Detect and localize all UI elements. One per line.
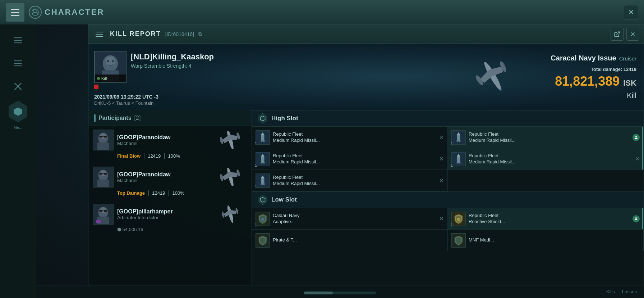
- svg-marker-90: [260, 197, 265, 202]
- svg-point-19: [112, 60, 114, 63]
- participant-row: [GOOP]Paranoidaw Machariel: [93, 167, 247, 188]
- low-slot-item[interactable]: 1 Caldari: [252, 208, 448, 230]
- svg-point-18: [107, 60, 109, 63]
- damage-value: 12419: [152, 190, 165, 196]
- participant-item[interactable]: [GOOP]Paranoidaw Machariel: [88, 126, 252, 163]
- participants-list: [GOOP]Paranoidaw Machariel: [88, 126, 252, 298]
- pilot-avatar: Kill: [94, 51, 126, 83]
- kill-info-section: 2021/09/09 13:29:22 UTC -3 D4KU-5 < Taur…: [88, 91, 164, 110]
- participant-row: [GOOP]Paranoidaw Machariel: [93, 130, 247, 150]
- kill-stats: Caracal Navy Issue Cruiser Total damage:…: [532, 44, 644, 110]
- isk-label: ISK: [623, 78, 636, 88]
- menu-button[interactable]: [6, 3, 24, 22]
- item-name: Republic FleetMedium Rapid Missil...: [469, 153, 632, 165]
- sidebar-item-bio[interactable]: [9, 55, 27, 72]
- svg-rect-42: [99, 173, 102, 175]
- participant-ship: Machariel: [117, 178, 210, 183]
- low-slot-header: Low Slot: [252, 191, 644, 208]
- kill-report-action-buttons: [611, 28, 639, 41]
- item-fitted-by-icon: [632, 134, 640, 141]
- kill-report-export-button[interactable]: [611, 28, 624, 41]
- fitted-panel: High Slot 1: [252, 110, 644, 298]
- high-slot-item[interactable]: 1 Republic: [252, 170, 448, 191]
- item-close-button[interactable]: ✕: [635, 155, 640, 162]
- svg-rect-68: [263, 140, 265, 142]
- svg-rect-41: [97, 180, 109, 187]
- kill-location: D4KU-5 < Taurus < Fountain: [94, 100, 158, 106]
- item-icon: [256, 173, 270, 188]
- pilot-warp-scramble: Warp Scramble Strength: 4: [131, 63, 214, 69]
- item-close-button[interactable]: ✕: [439, 134, 444, 141]
- low-slot-item[interactable]: MNF Medi...: [448, 230, 644, 251]
- item-quantity: 1: [451, 163, 453, 167]
- high-slot-section: High Slot 1: [252, 110, 644, 191]
- ship-name: Caracal Navy Issue: [551, 54, 616, 62]
- svg-rect-73: [459, 140, 461, 142]
- sidebar-item-menu[interactable]: [9, 32, 27, 49]
- participants-title: Participants: [98, 115, 132, 121]
- item-name: Caldari NavyAdaptive...: [273, 213, 436, 225]
- item-quantity: 1: [255, 223, 257, 227]
- participant-item[interactable]: [GOOP]Paranoidaw Machariel: [88, 163, 252, 200]
- bottom-bar: Kills Losses: [36, 285, 644, 298]
- participant-name: [GOOP]pillarhamper: [117, 208, 210, 215]
- item-info: Republic FleetMedium Rapid Missil...: [469, 131, 630, 144]
- participant-ship-image: [213, 204, 247, 224]
- sidebar-item-member[interactable]: [7, 101, 29, 122]
- svg-rect-30: [99, 136, 102, 137]
- high-slot-icon: [258, 113, 268, 123]
- participant-name: [GOOP]Paranoidaw: [117, 171, 210, 178]
- high-slot-item[interactable]: 1 Republic: [252, 148, 448, 170]
- svg-rect-79: [263, 162, 265, 163]
- character-icon: [29, 6, 42, 19]
- low-slot-section: Low Slot 1: [252, 191, 644, 251]
- tab-losses[interactable]: Losses: [622, 289, 637, 294]
- sidebar-item-combat[interactable]: [9, 78, 27, 95]
- svg-line-11: [617, 32, 620, 35]
- participant-ship-image: [213, 167, 247, 187]
- tab-kills[interactable]: Kills: [606, 289, 615, 294]
- participants-count: [2]: [134, 115, 141, 121]
- kill-report-id: [ID:6016416]: [165, 31, 194, 37]
- item-icon: [451, 152, 466, 166]
- app-close-button[interactable]: ✕: [624, 5, 638, 19]
- kill-datetime: 2021/09/09 13:29:22 UTC -3: [94, 94, 158, 100]
- kill-report-menu-button[interactable]: [93, 28, 106, 41]
- ship-type: Cruiser: [619, 55, 636, 62]
- item-name: Republic FleetMedium Rapid Missil...: [273, 175, 436, 187]
- svg-rect-57: [96, 220, 101, 223]
- item-info: Pirate & T...: [273, 237, 444, 243]
- item-icon: [256, 152, 270, 166]
- item-close-button[interactable]: ✕: [439, 215, 444, 222]
- high-slot-item[interactable]: 1 Republic: [448, 148, 644, 170]
- svg-rect-55: [104, 210, 107, 212]
- kill-report-panel: KILL REPORT [ID:6016416] ⧉: [88, 24, 644, 298]
- svg-rect-43: [104, 173, 107, 175]
- low-slot-item[interactable]: 1 Republic FleetReactive Shie: [448, 208, 644, 230]
- item-name: MNF Medi...: [469, 237, 640, 243]
- kill-report-copy-icon[interactable]: ⧉: [198, 31, 202, 37]
- scroll-bar-track: [304, 292, 376, 294]
- high-slot-item[interactable]: 1 Republic: [448, 127, 644, 148]
- item-close-button[interactable]: ✕: [439, 155, 444, 162]
- participant-ship-image: [213, 130, 247, 150]
- item-icon: [451, 130, 466, 145]
- scroll-bar-thumb[interactable]: [304, 292, 333, 294]
- low-slot-item[interactable]: Pirate & T...: [252, 230, 448, 251]
- item-icon: [451, 233, 466, 248]
- participant-item[interactable]: [GOOP]pillarhamper Arbitrator Interdicto…: [88, 200, 252, 236]
- high-slot-item[interactable]: 1 Republic: [252, 127, 448, 148]
- item-name: Republic FleetReactive Shield...: [469, 213, 630, 225]
- svg-point-92: [261, 218, 264, 221]
- svg-marker-10: [14, 107, 22, 116]
- kill-badge: Kill: [95, 74, 126, 82]
- item-close-button[interactable]: ✕: [439, 177, 444, 184]
- participant-info: [GOOP]Paranoidaw Machariel: [117, 134, 210, 146]
- kill-report-header: KILL REPORT [ID:6016416] ⧉: [88, 25, 644, 44]
- kill-report-close-button[interactable]: [626, 28, 639, 41]
- item-info: Republic FleetReactive Shield...: [469, 213, 630, 225]
- item-icon: [256, 130, 270, 145]
- high-slot-items-grid: 1 Republic: [252, 127, 644, 191]
- svg-rect-31: [104, 136, 107, 137]
- svg-rect-89: [263, 183, 265, 185]
